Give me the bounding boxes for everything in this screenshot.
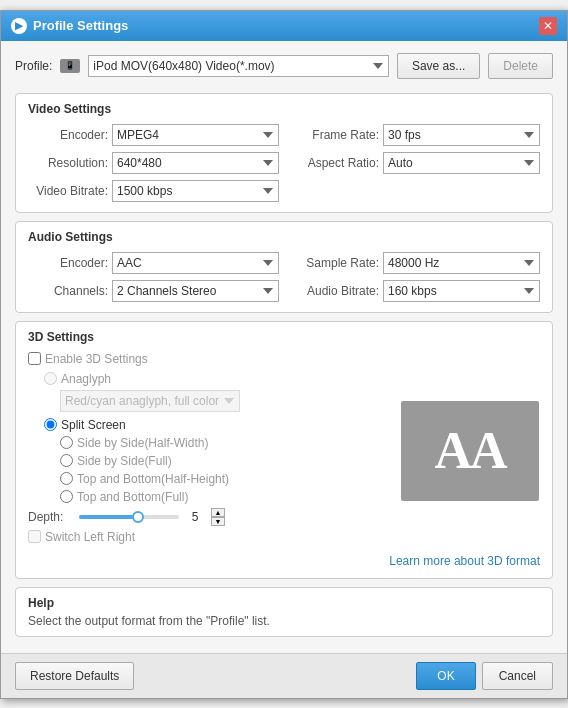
settings-3d-section: 3D Settings Enable 3D Settings Anaglyph bbox=[15, 321, 553, 579]
tb-half-radio[interactable] bbox=[60, 472, 73, 485]
title-bar-left: ▶ Profile Settings bbox=[11, 18, 128, 34]
audio-settings-section: Audio Settings Encoder: AAC Channels: 2 … bbox=[15, 221, 553, 313]
profile-select[interactable]: iPod MOV(640x480) Video(*.mov) bbox=[88, 55, 389, 77]
tb-half-label[interactable]: Top and Bottom(Half-Height) bbox=[77, 472, 229, 486]
profile-label: Profile: bbox=[15, 59, 52, 73]
video-settings-section: Video Settings Encoder: MPEG4 Resolution… bbox=[15, 93, 553, 213]
anaglyph-row: Anaglyph bbox=[44, 372, 390, 386]
aspect-ratio-label: Aspect Ratio: bbox=[289, 156, 379, 170]
enable-3d-checkbox[interactable] bbox=[28, 352, 41, 365]
channels-label: Channels: bbox=[28, 284, 108, 298]
depth-label: Depth: bbox=[28, 510, 73, 524]
aspect-ratio-select[interactable]: Auto bbox=[383, 152, 540, 174]
preview-box: AA bbox=[401, 401, 539, 501]
depth-slider-thumb[interactable] bbox=[132, 511, 144, 523]
app-icon: ▶ bbox=[11, 18, 27, 34]
split-screen-row: Split Screen bbox=[44, 418, 390, 432]
dialog-body: Profile: 📱 iPod MOV(640x480) Video(*.mov… bbox=[1, 41, 567, 653]
learn-more-row: Learn more about 3D format bbox=[28, 554, 540, 568]
footer-right: OK Cancel bbox=[416, 662, 553, 690]
depth-decrement-button[interactable]: ▼ bbox=[211, 517, 225, 526]
enable-3d-row: Enable 3D Settings bbox=[28, 352, 390, 366]
audio-bitrate-select[interactable]: 160 kbps bbox=[383, 280, 540, 302]
depth-spinner: ▲ ▼ bbox=[211, 508, 225, 526]
profile-row: Profile: 📱 iPod MOV(640x480) Video(*.mov… bbox=[15, 49, 553, 83]
aspect-ratio-row: Aspect Ratio: Auto bbox=[289, 152, 540, 174]
depth-row: Depth: 5 ▲ ▼ bbox=[28, 508, 390, 526]
close-button[interactable]: ✕ bbox=[539, 17, 557, 35]
ok-button[interactable]: OK bbox=[416, 662, 475, 690]
sbs-half-label[interactable]: Side by Side(Half-Width) bbox=[77, 436, 208, 450]
audio-encoder-row: Encoder: AAC bbox=[28, 252, 279, 274]
audio-encoder-label: Encoder: bbox=[28, 256, 108, 270]
encoder-row: Encoder: MPEG4 bbox=[28, 124, 279, 146]
frame-rate-row: Frame Rate: 30 fps bbox=[289, 124, 540, 146]
enable-3d-label[interactable]: Enable 3D Settings bbox=[45, 352, 148, 366]
channels-select[interactable]: 2 Channels Stereo bbox=[112, 280, 279, 302]
split-screen-label[interactable]: Split Screen bbox=[61, 418, 126, 432]
video-settings-title: Video Settings bbox=[28, 102, 540, 116]
tb-full-label[interactable]: Top and Bottom(Full) bbox=[77, 490, 188, 504]
sbs-half-radio[interactable] bbox=[60, 436, 73, 449]
anaglyph-label[interactable]: Anaglyph bbox=[61, 372, 111, 386]
video-settings-grid: Encoder: MPEG4 Resolution: 640*480 Video… bbox=[28, 124, 540, 202]
anaglyph-type-select: Red/cyan anaglyph, full color bbox=[60, 390, 240, 412]
save-as-button[interactable]: Save as... bbox=[397, 53, 480, 79]
help-text: Select the output format from the "Profi… bbox=[28, 614, 540, 628]
channels-row: Channels: 2 Channels Stereo bbox=[28, 280, 279, 302]
resolution-select[interactable]: 640*480 bbox=[112, 152, 279, 174]
restore-defaults-button[interactable]: Restore Defaults bbox=[15, 662, 134, 690]
preview-text: AA bbox=[434, 421, 505, 480]
settings-3d-right: AA bbox=[400, 352, 540, 550]
video-bitrate-row: Video Bitrate: 1500 kbps bbox=[28, 180, 279, 202]
tb-full-row: Top and Bottom(Full) bbox=[60, 490, 390, 504]
frame-rate-select[interactable]: 30 fps bbox=[383, 124, 540, 146]
sample-rate-label: Sample Rate: bbox=[289, 256, 379, 270]
split-screen-radio[interactable] bbox=[44, 418, 57, 431]
video-left-col: Encoder: MPEG4 Resolution: 640*480 Video… bbox=[28, 124, 279, 202]
audio-encoder-select[interactable]: AAC bbox=[112, 252, 279, 274]
depth-increment-button[interactable]: ▲ bbox=[211, 508, 225, 517]
anaglyph-radio[interactable] bbox=[44, 372, 57, 385]
sbs-full-radio[interactable] bbox=[60, 454, 73, 467]
encoder-select[interactable]: MPEG4 bbox=[112, 124, 279, 146]
video-right-col: Frame Rate: 30 fps Aspect Ratio: Auto bbox=[289, 124, 540, 202]
audio-left-col: Encoder: AAC Channels: 2 Channels Stereo bbox=[28, 252, 279, 302]
sample-rate-select[interactable]: 48000 Hz bbox=[383, 252, 540, 274]
video-bitrate-select[interactable]: 1500 kbps bbox=[112, 180, 279, 202]
title-bar: ▶ Profile Settings ✕ bbox=[1, 11, 567, 41]
tb-full-radio[interactable] bbox=[60, 490, 73, 503]
sbs-full-label[interactable]: Side by Side(Full) bbox=[77, 454, 172, 468]
audio-settings-grid: Encoder: AAC Channels: 2 Channels Stereo bbox=[28, 252, 540, 302]
settings-3d-inner: Enable 3D Settings Anaglyph Red/cyan ana… bbox=[28, 352, 540, 550]
encoder-label: Encoder: bbox=[28, 128, 108, 142]
help-title: Help bbox=[28, 596, 540, 610]
learn-more-link[interactable]: Learn more about 3D format bbox=[389, 554, 540, 568]
resolution-row: Resolution: 640*480 bbox=[28, 152, 279, 174]
delete-button[interactable]: Delete bbox=[488, 53, 553, 79]
tb-half-row: Top and Bottom(Half-Height) bbox=[60, 472, 390, 486]
depth-slider-track[interactable] bbox=[79, 515, 179, 519]
settings-3d-left: Enable 3D Settings Anaglyph Red/cyan ana… bbox=[28, 352, 390, 550]
audio-bitrate-row: Audio Bitrate: 160 kbps bbox=[289, 280, 540, 302]
frame-rate-label: Frame Rate: bbox=[289, 128, 379, 142]
depth-slider-fill bbox=[79, 515, 134, 519]
settings-3d-title: 3D Settings bbox=[28, 330, 540, 344]
sample-rate-row: Sample Rate: 48000 Hz bbox=[289, 252, 540, 274]
dialog-window: ▶ Profile Settings ✕ Profile: 📱 iPod MOV… bbox=[0, 10, 568, 699]
profile-type-icon: 📱 bbox=[60, 59, 80, 73]
help-section: Help Select the output format from the "… bbox=[15, 587, 553, 637]
dialog-footer: Restore Defaults OK Cancel bbox=[1, 653, 567, 698]
audio-bitrate-label: Audio Bitrate: bbox=[289, 284, 379, 298]
dialog-title: Profile Settings bbox=[33, 18, 128, 33]
sbs-half-row: Side by Side(Half-Width) bbox=[60, 436, 390, 450]
anaglyph-select-row: Red/cyan anaglyph, full color bbox=[60, 390, 390, 412]
audio-right-col: Sample Rate: 48000 Hz Audio Bitrate: 160… bbox=[289, 252, 540, 302]
switch-lr-row: Switch Left Right bbox=[28, 530, 390, 544]
switch-lr-checkbox[interactable] bbox=[28, 530, 41, 543]
cancel-button[interactable]: Cancel bbox=[482, 662, 553, 690]
switch-lr-label[interactable]: Switch Left Right bbox=[45, 530, 135, 544]
sbs-full-row: Side by Side(Full) bbox=[60, 454, 390, 468]
resolution-label: Resolution: bbox=[28, 156, 108, 170]
depth-value: 5 bbox=[185, 510, 205, 524]
